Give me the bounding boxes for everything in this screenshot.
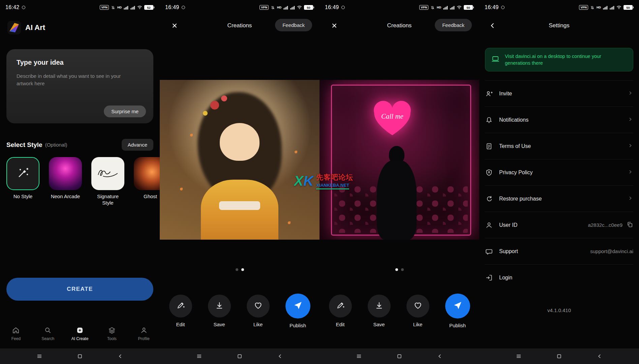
settings-row-invite[interactable]: Invite	[485, 81, 633, 107]
style-item-ghost[interactable]: Ghost	[134, 157, 160, 206]
heart-icon	[413, 301, 423, 311]
desktop-banner[interactable]: Visit davinci.ai on a desktop to continu…	[485, 48, 633, 71]
save-button[interactable]: Save	[208, 295, 231, 328]
settings-label: Support	[499, 248, 518, 254]
save-button[interactable]: Save	[368, 295, 391, 328]
chevron-left-icon[interactable]	[597, 353, 603, 359]
signal-bars-icon	[283, 5, 288, 10]
nav-item-search[interactable]: Search	[32, 319, 64, 348]
square-icon[interactable]	[396, 353, 402, 359]
settings-row-terms[interactable]: Terms of Use	[485, 133, 633, 159]
app-header: AI Art	[7, 21, 45, 34]
mute-icon	[590, 5, 595, 10]
settings-list: Invite Notifications Terms of Use Privac…	[485, 80, 633, 291]
chevron-left-icon[interactable]	[277, 353, 283, 359]
chevron-right-icon	[627, 169, 633, 176]
feedback-button[interactable]: Feedback	[435, 19, 472, 31]
support-email-value: support@davinci.ai	[590, 248, 633, 254]
restore-purchase-icon	[485, 195, 493, 203]
publish-button[interactable]: Publish	[445, 295, 470, 328]
document-icon	[485, 142, 493, 150]
nav-label: Tools	[107, 336, 117, 341]
nav-item-tools[interactable]: Tools	[96, 319, 128, 348]
edit-button[interactable]: Edit	[169, 295, 192, 328]
no-style-tile[interactable]	[6, 157, 39, 190]
signal-bars-icon-2	[290, 5, 295, 10]
like-button[interactable]: Like	[247, 295, 270, 328]
carousel-dot[interactable]	[401, 268, 404, 271]
settings-row-support[interactable]: Support support@davinci.ai	[485, 238, 633, 265]
hair-flower	[203, 111, 208, 116]
menu-icon[interactable]	[36, 353, 42, 359]
advance-button[interactable]: Advance	[122, 139, 153, 151]
square-icon[interactable]	[77, 353, 83, 359]
like-button[interactable]: Like	[406, 295, 429, 328]
nav-item-profile[interactable]: Profile	[128, 319, 160, 348]
settings-row-notifications[interactable]: Notifications	[485, 107, 633, 133]
layers-icon	[108, 326, 116, 334]
viewer-top-bar: Creations Feedback	[320, 19, 479, 33]
settings-row-login[interactable]: Login	[485, 265, 633, 291]
publish-button[interactable]: Publish	[285, 295, 310, 328]
feedback-button[interactable]: Feedback	[275, 19, 312, 31]
download-icon	[215, 301, 224, 311]
carousel-dot[interactable]	[241, 268, 244, 271]
status-time: 16:49	[485, 4, 499, 10]
bell-icon	[485, 116, 493, 124]
copy-icon[interactable]	[627, 221, 633, 229]
style-item-neon-arcade[interactable]: Neon Arcade	[49, 157, 82, 206]
optional-label: (Optional)	[45, 142, 67, 148]
square-icon[interactable]	[556, 353, 562, 359]
chevron-left-icon[interactable]	[117, 353, 123, 359]
signature-style-tile[interactable]	[91, 157, 124, 190]
nav-item-feed[interactable]: Feed	[0, 319, 32, 348]
carousel-dot[interactable]	[236, 268, 238, 271]
create-button[interactable]: CREATE	[6, 278, 153, 301]
signal-bars-icon	[443, 5, 448, 10]
square-icon[interactable]	[237, 353, 243, 359]
menu-icon[interactable]	[516, 353, 522, 359]
surprise-me-button[interactable]: Surprise me	[104, 105, 146, 117]
neon-sign-text: Call me	[371, 112, 414, 121]
settings-row-user-id[interactable]: User ID a2832c...c0ee9	[485, 212, 633, 238]
carousel-dots	[160, 268, 320, 271]
viewer-top-bar: Creations Feedback	[160, 19, 320, 33]
wifi-icon	[137, 5, 142, 9]
neon-arcade-tile[interactable]	[49, 157, 82, 190]
prompt-title: Type your idea	[17, 59, 143, 66]
style-header: Select Style (Optional) Advance	[6, 139, 153, 151]
style-item-signature-style[interactable]: Signature Style	[91, 157, 124, 206]
signal-bars-icon-2	[610, 5, 614, 10]
carousel-dot[interactable]	[395, 268, 398, 271]
home-icon	[12, 326, 20, 334]
style-item-no-style[interactable]: No Style	[6, 157, 39, 206]
signal-bars-icon-2	[450, 5, 455, 10]
menu-icon[interactable]	[356, 353, 362, 359]
menu-icon[interactable]	[196, 353, 202, 359]
action-label: Save	[373, 322, 385, 327]
hd-label: HD	[277, 6, 281, 9]
artwork-image[interactable]: Call me	[320, 80, 479, 240]
figure-face	[220, 123, 260, 161]
hair-flower	[221, 95, 227, 101]
ai-create-icon	[76, 326, 84, 334]
wifi-icon	[457, 5, 462, 9]
system-nav-bar	[320, 348, 479, 364]
action-label: Like	[413, 322, 423, 327]
chevron-left-icon[interactable]	[437, 353, 443, 359]
edit-button[interactable]: Edit	[329, 295, 352, 328]
settings-row-restore[interactable]: Restore purchase	[485, 186, 633, 212]
system-nav-bar	[479, 348, 639, 364]
search-icon	[44, 326, 52, 334]
artwork-image[interactable]	[160, 80, 320, 240]
neon-heart: Call me	[371, 99, 414, 139]
prompt-input[interactable]: Type your idea Describe in detail what y…	[6, 49, 153, 123]
settings-label: Notifications	[499, 117, 528, 123]
ghost-tile[interactable]	[134, 157, 160, 190]
nav-item-ai-create[interactable]: AI Create	[64, 319, 96, 348]
hd-label: HD	[597, 6, 601, 9]
chevron-right-icon	[627, 143, 633, 150]
settings-label: Terms of Use	[499, 143, 531, 149]
battery-percent: 50	[464, 5, 473, 10]
settings-row-privacy[interactable]: Privacy Policy	[485, 159, 633, 186]
